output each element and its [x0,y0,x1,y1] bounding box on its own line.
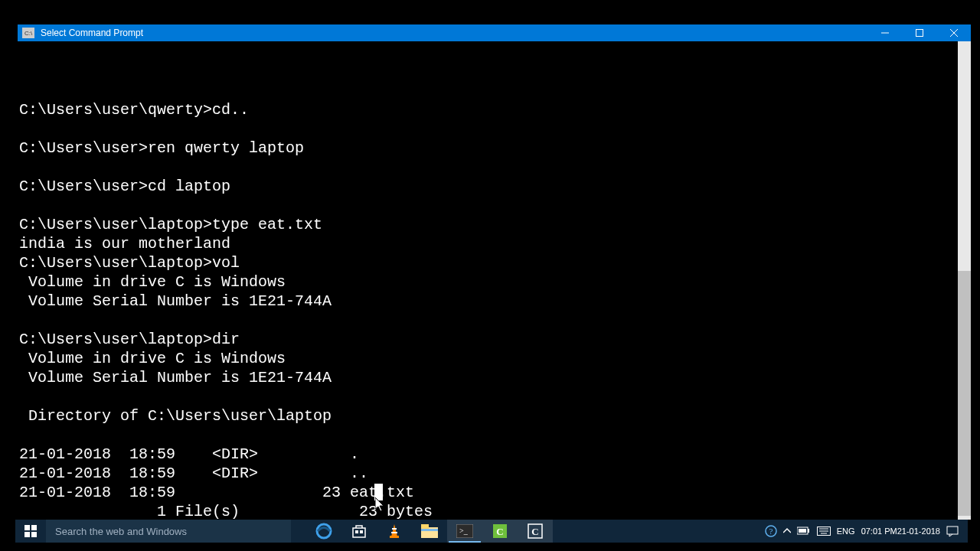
svg-rect-30 [799,529,806,533]
terminal-line: Directory of C:\Users\user\laptop [19,406,969,425]
start-button[interactable] [15,520,46,543]
svg-text:C: C [496,526,503,537]
terminal-line [19,196,969,215]
camtasia-recorder-icon: C [492,523,508,539]
command-prompt-icon: >_ [456,524,473,538]
terminal-line [19,425,969,445]
search-input[interactable]: Search the web and Windows [46,520,291,543]
terminal-line: C:\Users\user>ren qwerty laptop [19,139,969,158]
search-placeholder: Search the web and Windows [55,526,187,537]
svg-text:C: C [531,526,538,537]
terminal-line: Volume in drive C is Windows [19,272,969,292]
close-button[interactable] [936,24,971,41]
terminal-line: 21-01-2018 18:59 23 eat.txt [19,483,969,502]
svg-rect-7 [24,532,30,537]
help-icon[interactable]: ? [765,520,777,543]
minimize-button[interactable] [867,24,902,41]
svg-rect-35 [947,527,958,534]
language-indicator[interactable]: ENG [837,520,855,543]
file-explorer-icon [421,524,438,538]
svg-rect-18 [421,524,429,529]
svg-text:?: ? [769,527,773,536]
terminal-line: Volume Serial Number is 1E21-744A [19,292,969,311]
svg-rect-16 [391,532,397,533]
terminal-line [19,119,969,139]
taskbar-app-edge[interactable] [306,520,341,543]
terminal-output[interactable]: C:\Users\user\qwerty>cd.. C:\Users\user>… [18,41,971,520]
command-prompt-window: C:\ Select Command Prompt C:\Users\user\… [18,24,971,520]
selection-highlight [374,484,383,500]
scrollbar-thumb[interactable] [958,271,971,516]
terminal-line: Volume in drive C is Windows [19,349,969,368]
vertical-scrollbar[interactable] [958,41,971,520]
terminal-line: C:\Users\user\laptop>dir [19,330,969,349]
svg-rect-29 [808,529,809,533]
svg-rect-19 [421,529,438,531]
maximize-button[interactable] [902,24,936,41]
taskbar-app-camtasia-recorder[interactable]: C [482,520,518,543]
edge-icon [315,523,332,540]
clock[interactable]: 07:01 PM 21-01-2018 [861,520,940,543]
battery-icon[interactable] [797,520,811,543]
terminal-line: 21-01-2018 18:59 <DIR> .. [19,464,969,483]
svg-rect-14 [390,536,399,538]
taskbar-app-store[interactable] [341,520,377,543]
titlebar[interactable]: C:\ Select Command Prompt [18,24,971,41]
terminal-line: C:\Users\user\laptop>type eat.txt [19,215,969,234]
terminal-line: india is our motherland [19,234,969,253]
terminal-line [19,158,969,177]
svg-rect-11 [355,530,358,533]
terminal-line: Volume Serial Number is 1E21-744A [19,368,969,387]
svg-rect-8 [31,532,37,537]
system-tray: ? ENG 07:01 PM 21-01-2018 [765,520,968,543]
taskbar-app-file-explorer[interactable] [412,520,447,543]
terminal-line: 21-01-2018 18:59 <DIR> . [19,445,969,464]
svg-text:>_: >_ [459,527,469,535]
terminal-line [19,311,969,330]
action-center-icon[interactable] [946,520,959,543]
keyboard-icon[interactable] [817,520,831,543]
clock-date: 21-01-2018 [897,527,940,536]
terminal-line: C:\Users\user\qwerty>cd.. [19,100,969,119]
clock-time: 07:01 PM [861,527,897,536]
vlc-icon [387,523,402,540]
window-controls [867,24,971,41]
taskbar-app-camtasia-editor[interactable]: C [518,520,553,543]
camtasia-editor-icon: C [528,523,543,539]
taskbar: Search the web and Windows >_CC ? ENG 07… [15,520,968,543]
terminal-line [19,387,969,406]
terminal-line: C:\Users\user>cd laptop [19,177,969,196]
svg-rect-10 [353,528,365,537]
svg-marker-13 [391,524,397,536]
svg-rect-5 [24,525,30,530]
app-icon: C:\ [22,28,34,38]
windows-logo-icon [24,525,37,537]
taskbar-app-command-prompt[interactable]: >_ [447,520,482,543]
terminal-line: C:\Users\user\laptop>vol [19,253,969,272]
terminal-line: 1 File(s) 23 bytes [19,502,969,520]
taskbar-apps: >_CC [306,520,553,543]
taskbar-app-vlc[interactable] [377,520,412,543]
svg-rect-12 [360,530,363,533]
svg-rect-6 [31,525,37,530]
window-title: Select Command Prompt [41,28,143,38]
svg-rect-15 [392,528,397,530]
store-icon [351,523,367,539]
tray-expand-icon[interactable] [783,520,791,543]
svg-rect-1 [916,30,923,37]
